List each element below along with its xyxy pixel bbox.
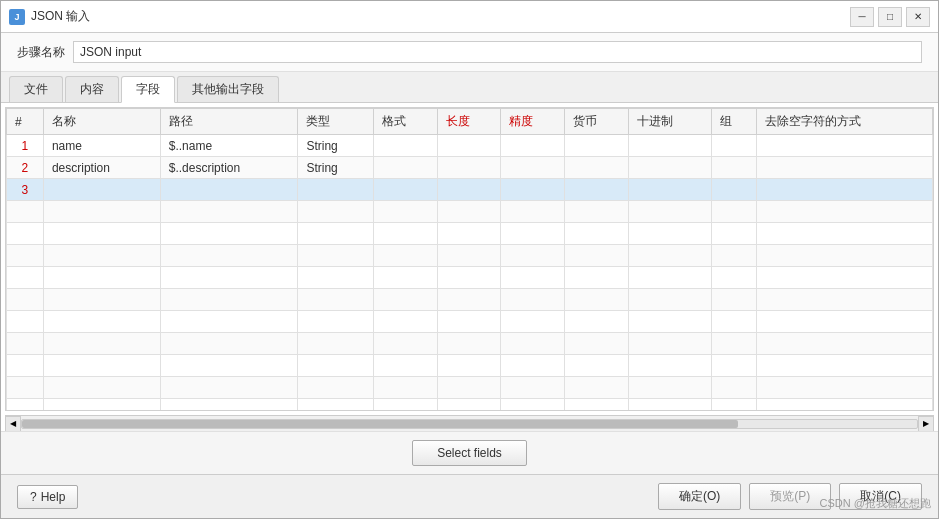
- cell-name: [43, 179, 160, 201]
- watermark: CSDN @抢我糖还想跑: [820, 496, 931, 511]
- content-area: # 名称 路径 类型 格式 长度 精度 货币 十进制 组 去除空字符的方式: [1, 103, 938, 474]
- cell-currency: [565, 179, 629, 201]
- table-row[interactable]: 2description$..descriptionString: [7, 157, 933, 179]
- cell-decimal: [629, 179, 712, 201]
- table-row-empty[interactable]: [7, 355, 933, 377]
- cell-group: [711, 179, 756, 201]
- cell-type: String: [298, 157, 373, 179]
- table-row-empty[interactable]: [7, 267, 933, 289]
- scrollbar-thumb[interactable]: [22, 420, 738, 428]
- table-row-empty[interactable]: [7, 377, 933, 399]
- title-bar: J JSON 输入 ─ □ ✕: [1, 1, 938, 33]
- main-window: J JSON 输入 ─ □ ✕ 步骤名称 文件 内容 字段 其他输出字段 # 名…: [0, 0, 939, 519]
- minimize-button[interactable]: ─: [850, 7, 874, 27]
- table-row-empty[interactable]: [7, 289, 933, 311]
- title-bar-left: J JSON 输入: [9, 8, 90, 25]
- cell-length: [437, 179, 501, 201]
- cell-path: $..description: [160, 157, 298, 179]
- col-header-precision: 精度: [501, 109, 565, 135]
- table-row-empty[interactable]: [7, 333, 933, 355]
- col-header-path: 路径: [160, 109, 298, 135]
- step-name-bar: 步骤名称: [1, 33, 938, 72]
- table-row[interactable]: 3: [7, 179, 933, 201]
- table-row-empty[interactable]: [7, 399, 933, 412]
- col-header-group: 组: [711, 109, 756, 135]
- tab-other-output[interactable]: 其他输出字段: [177, 76, 279, 102]
- close-button[interactable]: ✕: [906, 7, 930, 27]
- tabs-bar: 文件 内容 字段 其他输出字段: [1, 72, 938, 103]
- col-header-name: 名称: [43, 109, 160, 135]
- table-row[interactable]: 1name$..nameString: [7, 135, 933, 157]
- fields-table-container[interactable]: # 名称 路径 类型 格式 长度 精度 货币 十进制 组 去除空字符的方式: [5, 107, 934, 411]
- window-controls: ─ □ ✕: [850, 7, 930, 27]
- confirm-button[interactable]: 确定(O): [658, 483, 741, 510]
- cell-group: [711, 135, 756, 157]
- cell-type: String: [298, 135, 373, 157]
- app-icon: J: [9, 9, 25, 25]
- cell-length: [437, 157, 501, 179]
- cell-format: [373, 157, 437, 179]
- cell-index: 2: [7, 157, 44, 179]
- cell-decimal: [629, 157, 712, 179]
- tab-fields[interactable]: 字段: [121, 76, 175, 103]
- cell-format: [373, 135, 437, 157]
- table-row-empty[interactable]: [7, 311, 933, 333]
- step-name-input[interactable]: [73, 41, 922, 63]
- help-icon: ?: [30, 490, 37, 504]
- cell-trim: [756, 135, 932, 157]
- maximize-button[interactable]: □: [878, 7, 902, 27]
- cell-length: [437, 135, 501, 157]
- cell-decimal: [629, 135, 712, 157]
- cell-trim: [756, 179, 932, 201]
- tab-file[interactable]: 文件: [9, 76, 63, 102]
- select-fields-button[interactable]: Select fields: [412, 440, 527, 466]
- step-name-label: 步骤名称: [17, 44, 65, 61]
- col-header-decimal: 十进制: [629, 109, 712, 135]
- footer: ? Help 确定(O) 预览(P) 取消(C): [1, 474, 938, 518]
- footer-left: ? Help: [17, 485, 78, 509]
- scrollbar-track[interactable]: [21, 419, 918, 429]
- select-fields-bar: Select fields: [1, 431, 938, 474]
- cell-currency: [565, 157, 629, 179]
- cell-name: name: [43, 135, 160, 157]
- table-row-empty[interactable]: [7, 201, 933, 223]
- cell-index: 1: [7, 135, 44, 157]
- scroll-left-arrow[interactable]: ◀: [5, 416, 21, 432]
- cell-trim: [756, 157, 932, 179]
- col-header-trim: 去除空字符的方式: [756, 109, 932, 135]
- help-label: Help: [41, 490, 66, 504]
- cell-format: [373, 179, 437, 201]
- horizontal-scrollbar[interactable]: ◀ ▶: [5, 415, 934, 431]
- scroll-right-arrow[interactable]: ▶: [918, 416, 934, 432]
- cell-group: [711, 157, 756, 179]
- col-header-index: #: [7, 109, 44, 135]
- cell-currency: [565, 135, 629, 157]
- cell-precision: [501, 157, 565, 179]
- cell-precision: [501, 179, 565, 201]
- tab-content[interactable]: 内容: [65, 76, 119, 102]
- col-header-type: 类型: [298, 109, 373, 135]
- col-header-format: 格式: [373, 109, 437, 135]
- cell-precision: [501, 135, 565, 157]
- table-row-empty[interactable]: [7, 223, 933, 245]
- window-title: JSON 输入: [31, 8, 90, 25]
- col-header-length: 长度: [437, 109, 501, 135]
- table-row-empty[interactable]: [7, 245, 933, 267]
- cell-name: description: [43, 157, 160, 179]
- cell-path: $..name: [160, 135, 298, 157]
- col-header-currency: 货币: [565, 109, 629, 135]
- help-button[interactable]: ? Help: [17, 485, 78, 509]
- table-header-row: # 名称 路径 类型 格式 长度 精度 货币 十进制 组 去除空字符的方式: [7, 109, 933, 135]
- cell-index: 3: [7, 179, 44, 201]
- cell-path: [160, 179, 298, 201]
- cell-type: [298, 179, 373, 201]
- fields-table: # 名称 路径 类型 格式 长度 精度 货币 十进制 组 去除空字符的方式: [6, 108, 933, 411]
